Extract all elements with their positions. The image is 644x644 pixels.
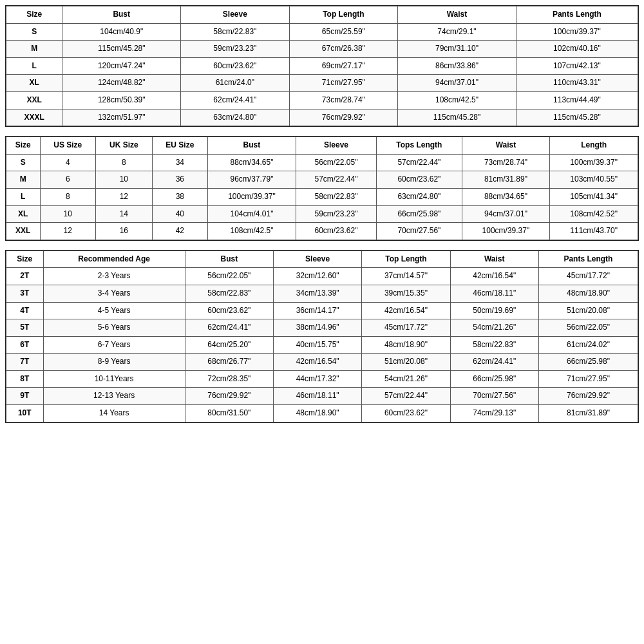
table-cell: 88cm/34.65" bbox=[462, 188, 550, 205]
table-cell: 3-4 Years bbox=[43, 285, 185, 302]
table-cell: 73cm/28.74" bbox=[462, 154, 550, 171]
table-cell: 37cm/14.57" bbox=[362, 268, 450, 285]
table-cell: 16 bbox=[96, 223, 153, 240]
table-row: 9T12-13 Years76cm/29.92"46cm/18.11"57cm/… bbox=[6, 388, 638, 405]
table-cell: 51cm/20.08" bbox=[362, 354, 450, 371]
table-cell: 42 bbox=[152, 223, 207, 240]
table-cell: 58cm/22.83" bbox=[296, 188, 376, 205]
column-header: Size bbox=[6, 137, 41, 155]
table3-section: SizeRecommended AgeBustSleeveTop LengthW… bbox=[5, 250, 639, 423]
table-cell: 120cm/47.24" bbox=[62, 57, 181, 75]
table-cell: 76cm/29.92" bbox=[538, 388, 638, 405]
table-cell: 70cm/27.56" bbox=[377, 223, 462, 240]
table-cell: 10 bbox=[96, 171, 153, 189]
table-cell: 4-5 Years bbox=[43, 302, 185, 319]
table-row: 5T5-6 Years62cm/24.41"38cm/14.96"45cm/17… bbox=[6, 319, 638, 337]
table-cell: 115cm/45.28" bbox=[398, 109, 516, 126]
table-cell: 76cm/29.92" bbox=[289, 109, 398, 126]
table-cell: 6-7 Years bbox=[43, 336, 185, 354]
table-cell: M bbox=[6, 41, 62, 58]
table-cell: 72cm/28.35" bbox=[185, 370, 273, 388]
table-cell: 12 bbox=[96, 188, 153, 205]
table-row: 2T2-3 Years56cm/22.05"32cm/12.60"37cm/14… bbox=[6, 268, 638, 285]
table-cell: 60cm/23.62" bbox=[377, 171, 462, 189]
table-cell: 48cm/18.90" bbox=[362, 336, 450, 354]
table-cell: 81cm/31.89" bbox=[462, 171, 550, 189]
table-cell: 10 bbox=[40, 205, 95, 223]
table-cell: 105cm/41.34" bbox=[550, 188, 638, 205]
table-cell: 76cm/29.92" bbox=[185, 388, 273, 405]
table-cell: 132cm/51.97" bbox=[62, 109, 181, 126]
column-header: Size bbox=[6, 6, 62, 24]
table-cell: 62cm/24.41" bbox=[450, 354, 538, 371]
table-cell: 61cm/24.02" bbox=[538, 336, 638, 354]
table-row: XL124cm/48.82"61cm/24.0"71cm/27.95"94cm/… bbox=[6, 75, 638, 92]
table-cell: 40cm/15.75" bbox=[273, 336, 361, 354]
table-cell: XXL bbox=[6, 223, 41, 240]
table-cell: 57cm/22.44" bbox=[377, 154, 462, 171]
table-cell: 64cm/25.20" bbox=[185, 336, 273, 354]
table-cell: 111cm/43.70" bbox=[550, 223, 638, 240]
table-cell: 73cm/28.74" bbox=[289, 91, 398, 109]
table-cell: 102cm/40.16" bbox=[516, 41, 638, 58]
column-header: Size bbox=[6, 251, 44, 268]
table-cell: XXL bbox=[6, 91, 62, 109]
table-cell: 60cm/23.62" bbox=[181, 57, 290, 75]
table-cell: 46cm/18.11" bbox=[450, 285, 538, 302]
table-cell: XXXL bbox=[6, 109, 62, 126]
table-cell: 2-3 Years bbox=[43, 268, 185, 285]
table-row: 7T8-9 Years68cm/26.77"42cm/16.54"51cm/20… bbox=[6, 354, 638, 371]
table-cell: 32cm/12.60" bbox=[273, 268, 361, 285]
table-row: 6T6-7 Years64cm/25.20"40cm/15.75"48cm/18… bbox=[6, 336, 638, 354]
table-cell: 71cm/27.95" bbox=[289, 75, 398, 92]
table-row: M115cm/45.28"59cm/23.23"67cm/26.38"79cm/… bbox=[6, 41, 638, 58]
table-cell: 8 bbox=[96, 154, 153, 171]
table2: SizeUS SizeUK SizeEU SizeBustSleeveTops … bbox=[6, 137, 638, 240]
table1: SizeBustSleeveTop LengthWaistPants Lengt… bbox=[6, 6, 638, 126]
table-cell: 12-13 Years bbox=[43, 388, 185, 405]
table-cell: 60cm/23.62" bbox=[185, 302, 273, 319]
table-cell: L bbox=[6, 188, 41, 205]
table-row: XXL128cm/50.39"62cm/24.41"73cm/28.74"108… bbox=[6, 91, 638, 109]
table-cell: 8T bbox=[6, 370, 44, 388]
table-cell: 71cm/27.95" bbox=[538, 370, 638, 388]
table-cell: 66cm/25.98" bbox=[450, 370, 538, 388]
column-header: Pants Length bbox=[516, 6, 638, 24]
table-cell: 86cm/33.86" bbox=[398, 57, 516, 75]
table-cell: 74cm/29.1" bbox=[398, 23, 516, 41]
table-cell: 10-11Years bbox=[43, 370, 185, 388]
table-cell: 103cm/40.55" bbox=[550, 171, 638, 189]
table2-section: SizeUS SizeUK SizeEU SizeBustSleeveTops … bbox=[5, 136, 639, 241]
column-header: Sleeve bbox=[273, 251, 361, 268]
table-cell: 38 bbox=[152, 188, 207, 205]
table-cell: 67cm/26.38" bbox=[289, 41, 398, 58]
table-row: M6103696cm/37.79"57cm/22.44"60cm/23.62"8… bbox=[6, 171, 638, 189]
table-cell: 5-6 Years bbox=[43, 319, 185, 337]
table-cell: 60cm/23.62" bbox=[296, 223, 376, 240]
table-cell: 65cm/25.59" bbox=[289, 23, 398, 41]
table-cell: 57cm/22.44" bbox=[362, 388, 450, 405]
table-cell: 46cm/18.11" bbox=[273, 388, 361, 405]
table-cell: 100cm/39.37" bbox=[208, 188, 296, 205]
table-cell: 88cm/34.65" bbox=[208, 154, 296, 171]
table1-section: SizeBustSleeveTop LengthWaistPants Lengt… bbox=[5, 5, 639, 127]
table-cell: 36cm/14.17" bbox=[273, 302, 361, 319]
column-header: Pants Length bbox=[538, 251, 638, 268]
table-cell: 4 bbox=[40, 154, 95, 171]
table-cell: 96cm/37.79" bbox=[208, 171, 296, 189]
table-cell: 115cm/45.28" bbox=[62, 41, 181, 58]
table3: SizeRecommended AgeBustSleeveTop LengthW… bbox=[6, 251, 638, 422]
table-cell: 70cm/27.56" bbox=[450, 388, 538, 405]
table-cell: 81cm/31.89" bbox=[538, 405, 638, 422]
table-cell: 61cm/24.0" bbox=[181, 75, 290, 92]
table-row: 3T3-4 Years58cm/22.83"34cm/13.39"39cm/15… bbox=[6, 285, 638, 302]
table-cell: 39cm/15.35" bbox=[362, 285, 450, 302]
column-header: Waist bbox=[462, 137, 550, 155]
column-header: Recommended Age bbox=[43, 251, 185, 268]
table-cell: 5T bbox=[6, 319, 44, 337]
table-cell: 14 bbox=[96, 205, 153, 223]
table-row: XL101440104cm/4.01"59cm/23.23"66cm/25.98… bbox=[6, 205, 638, 223]
table-cell: 80cm/31.50" bbox=[185, 405, 273, 422]
table-cell: 104cm/4.01" bbox=[208, 205, 296, 223]
column-header: UK Size bbox=[96, 137, 153, 155]
